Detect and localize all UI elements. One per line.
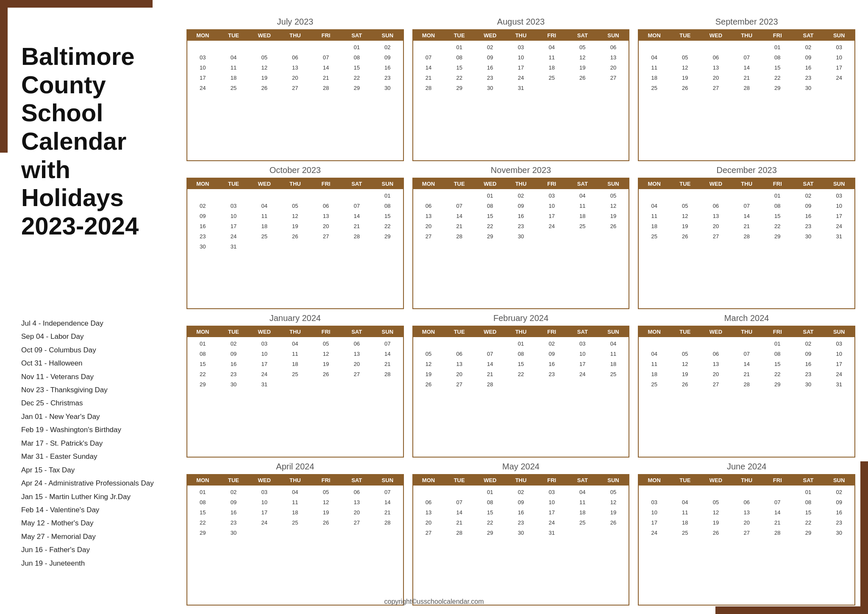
holiday-item: May 12 - Mother's Day [21,516,165,530]
calendar-day: 04 [536,42,567,53]
calendar-day-empty [280,191,311,201]
day-name-cell: MON [413,475,444,486]
calendar-day: 21 [731,221,762,232]
calendar-day: 28 [413,83,444,93]
calendar-day: 12 [311,349,342,359]
calendar-day: 15 [444,63,475,73]
calendar-day: 25 [567,221,598,232]
day-name-cell: WED [701,327,732,337]
calendar-day: 14 [413,63,444,73]
calendar-day: 11 [670,508,701,518]
calendar-day: 27 [341,518,372,528]
calendar-day: 20 [701,73,732,83]
calendar-day: 24 [218,232,249,242]
calendar-header-2: MONTUEWEDTHUFRISATSUN [639,30,854,41]
calendar-day: 23 [475,73,506,83]
calendar-day: 23 [793,369,824,380]
holiday-item: Jun 16 - Father's Day [21,543,165,556]
calendar-day: 02 [187,201,218,211]
calendar-day: 11 [218,63,249,73]
day-name-cell: TUE [218,179,249,189]
calendar-row-1: October 2023MONTUEWEDTHUFRISATSUN0102030… [186,165,855,310]
calendar-day: 13 [701,63,732,73]
calendar-day: 07 [311,53,342,63]
holiday-item: Dec 25 - Christmas [21,396,165,410]
calendar-day-empty [372,528,403,538]
calendar-header-8: MONTUEWEDTHUFRISATSUN [639,327,854,337]
calendar-day: 12 [249,63,280,73]
calendar-day: 08 [475,497,506,508]
calendar-day: 05 [249,53,280,63]
calendar-day-empty [639,339,670,349]
calendar-day: 03 [187,53,218,63]
calendar-day: 05 [413,349,444,359]
day-name-cell: SUN [372,30,403,41]
calendar-day: 26 [701,528,732,538]
calendar-day: 15 [187,508,218,518]
calendar-day: 18 [218,73,249,83]
day-name-cell: TUE [444,30,475,41]
footer: copyright©usschoolcalendar.com [0,598,868,606]
title-line3: with Holidays [21,156,124,212]
calendar-day: 23 [372,73,403,83]
calendar-day: 29 [475,528,506,538]
calendar-day: 16 [372,63,403,73]
holiday-item: Apr 24 - Administrative Professionals Da… [21,477,165,490]
calendar-day: 03 [823,42,854,53]
calendar-day: 27 [444,380,475,390]
day-name-cell: THU [280,327,311,337]
calendar-day: 19 [249,73,280,83]
calendar-day: 16 [793,359,824,369]
calendar-day: 09 [372,53,403,63]
calendar-day: 01 [793,487,824,497]
calendar-day: 02 [793,339,824,349]
calendar-body-7: 0102030405060708091011121314151617181920… [413,337,629,391]
calendar-day: 06 [731,497,762,508]
calendar-day: 10 [249,349,280,359]
calendar-day-empty [280,242,311,252]
calendar-day: 18 [280,508,311,518]
calendar-day: 05 [598,191,629,201]
day-name-cell: SAT [341,475,372,486]
calendar-day: 29 [762,380,793,390]
calendar-day: 17 [536,211,567,221]
calendar-day: 13 [280,63,311,73]
calendar-day: 04 [280,339,311,349]
calendar-day: 15 [372,211,403,221]
calendar-grid-4: MONTUEWEDTHUFRISATSUN0102030405060708091… [412,178,630,310]
calendar-day: 07 [444,497,475,508]
calendar-day-empty [444,339,475,349]
holiday-item: Sep 04 - Labor Day [21,330,165,343]
calendar-header-3: MONTUEWEDTHUFRISATSUN [187,179,403,189]
calendar-day: 15 [341,63,372,73]
calendar-day: 17 [187,73,218,83]
calendar-day: 10 [506,53,537,63]
calendar-day: 18 [280,359,311,369]
calendar-6: January 2024MONTUEWEDTHUFRISATSUN0102030… [186,313,404,458]
day-name-cell: WED [475,30,506,41]
day-name-cell: MON [187,179,218,189]
calendar-day: 19 [670,369,701,380]
calendar-10: May 2024MONTUEWEDTHUFRISATSUN01020304050… [412,462,630,606]
page-title: Baltimore County School Calendar with Ho… [21,42,165,240]
day-name-cell: MON [639,475,670,486]
calendar-day-empty [311,242,342,252]
calendar-day: 28 [341,232,372,242]
calendar-day: 13 [444,359,475,369]
calendar-day: 29 [475,232,506,242]
calendar-day: 22 [762,221,793,232]
calendar-day: 25 [218,83,249,93]
calendar-day: 25 [639,83,670,93]
day-name-cell: THU [731,179,762,189]
calendar-day-empty [311,42,342,53]
calendar-day: 05 [701,497,732,508]
calendar-day: 07 [372,339,403,349]
calendar-day-empty [218,42,249,53]
calendar-day-empty [444,191,475,201]
calendar-day-empty [249,242,280,252]
calendar-day: 03 [639,497,670,508]
calendar-day: 04 [249,201,280,211]
calendar-day: 24 [567,369,598,380]
calendar-day: 23 [793,73,824,83]
calendar-body-8: 0102030405060708091011121314151617181920… [639,337,854,391]
